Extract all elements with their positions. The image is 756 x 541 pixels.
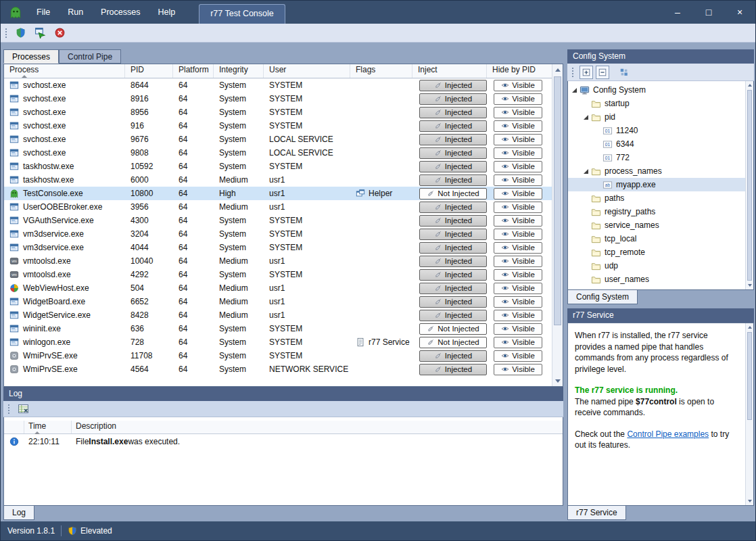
process-row[interactable]: wininit.exe 636 64 System SYSTEM Not Inj… (4, 322, 552, 335)
expander-expanded-icon[interactable] (584, 169, 588, 174)
scroll-thumb[interactable] (747, 332, 752, 420)
process-row[interactable]: svchost.exe 8916 64 System SYSTEM Inject… (4, 92, 552, 105)
hide-by-pid-button[interactable]: Visible (494, 242, 542, 254)
tree-item-user-names[interactable]: user_names (568, 273, 745, 286)
inject-toggle-button[interactable]: Injected (419, 120, 487, 132)
hide-by-pid-button[interactable]: Visible (494, 269, 542, 281)
process-row[interactable]: WebViewHost.exe 504 64 Medium usr1 Injec… (4, 281, 552, 295)
shield-icon[interactable] (13, 25, 28, 41)
inject-toggle-button[interactable]: Injected (419, 107, 487, 118)
tree-item-registry-paths[interactable]: registry_paths (568, 205, 745, 218)
tree-item-tcp-local[interactable]: tcp_local (568, 232, 745, 245)
close-button[interactable]: × (724, 1, 755, 24)
menu-file[interactable]: File (28, 1, 59, 24)
inject-toggle-button[interactable]: Not Injected (419, 188, 487, 199)
scroll-up-icon[interactable] (746, 81, 753, 89)
log-row[interactable]: 22:10:11 File Install.exe was executed. (4, 434, 563, 449)
toolbar-grip[interactable] (571, 67, 574, 78)
column-header-description[interactable]: Description (72, 421, 563, 433)
hide-by-pid-button[interactable]: Visible (494, 323, 542, 335)
process-row[interactable]: VGAuthService.exe 4300 64 System SYSTEM … (4, 214, 552, 227)
process-row[interactable]: svchost.exe 8956 64 System SYSTEM Inject… (4, 105, 552, 119)
expand-all-icon[interactable] (580, 66, 593, 79)
hide-by-pid-button[interactable]: Visible (494, 283, 542, 294)
hide-by-pid-button[interactable]: Visible (494, 147, 542, 159)
inject-toggle-button[interactable]: Injected (419, 296, 487, 308)
inject-toggle-button[interactable]: Injected (419, 161, 487, 172)
menu-processes[interactable]: Processes (92, 1, 149, 24)
column-header-user[interactable]: User (264, 64, 350, 78)
tree-item-pid[interactable]: pid (568, 110, 745, 124)
hide-by-pid-button[interactable]: Visible (494, 337, 542, 348)
hide-by-pid-button[interactable]: Visible (494, 120, 542, 132)
process-row[interactable]: svchost.exe 916 64 System SYSTEM Injecte… (4, 119, 552, 133)
scroll-up-icon[interactable] (746, 323, 753, 331)
config-tree-scrollbar[interactable] (745, 81, 753, 289)
expander-expanded-icon[interactable] (584, 115, 588, 120)
tree-item-service-names[interactable]: service_names (568, 218, 745, 232)
process-row[interactable]: svchost.exe 8644 64 System SYSTEM Inject… (4, 78, 552, 92)
tree-item-paths[interactable]: paths (568, 191, 745, 205)
process-row[interactable]: svchost.exe 9808 64 System LOCAL SERVICE… (4, 146, 552, 160)
inject-toggle-button[interactable]: Injected (419, 283, 487, 294)
process-row[interactable]: WmiPrvSE.exe 11708 64 System SYSTEM Inje… (4, 349, 552, 362)
process-row[interactable]: vm3dservice.exe 4044 64 System SYSTEM In… (4, 241, 552, 254)
column-header-time[interactable]: Time (24, 421, 72, 433)
maximize-button[interactable]: □ (693, 1, 724, 24)
column-header-flags[interactable]: Flags (350, 64, 412, 78)
control-pipe-examples-link[interactable]: Control Pipe examples (627, 429, 709, 439)
tree-item-udp[interactable]: udp (568, 259, 745, 273)
tab-processes[interactable]: Processes (3, 49, 59, 64)
hide-by-pid-button[interactable]: Visible (494, 215, 542, 227)
minimize-button[interactable]: – (662, 1, 693, 24)
process-row[interactable]: TestConsole.exe 10800 64 High usr1 Helpe… (4, 187, 552, 200)
process-row[interactable]: svchost.exe 9676 64 System LOCAL SERVICE… (4, 133, 552, 146)
column-header-process[interactable]: Process (4, 64, 125, 78)
process-row[interactable]: UserOOBEBroker.exe 3956 64 Medium usr1 I… (4, 200, 552, 214)
menu-run[interactable]: Run (59, 1, 92, 24)
tab-control-pipe[interactable]: Control Pipe (59, 49, 121, 64)
column-header-pid[interactable]: PID (125, 64, 173, 78)
process-row[interactable]: WmiPrvSE.exe 4564 64 System NETWORK SERV… (4, 362, 552, 376)
process-table-scrollbar[interactable] (552, 64, 563, 386)
tree-item-tcp-remote[interactable]: tcp_remote (568, 245, 745, 259)
tree-item-process-names[interactable]: process_names (568, 164, 745, 178)
hide-by-pid-button[interactable]: Visible (494, 202, 542, 213)
hide-by-pid-button[interactable]: Visible (494, 134, 542, 145)
column-header-platform[interactable]: Platform (173, 64, 214, 78)
inject-toggle-button[interactable]: Injected (419, 80, 487, 91)
inject-toggle-button[interactable]: Not Injected (419, 323, 487, 335)
hide-by-pid-button[interactable]: Visible (494, 256, 542, 267)
scroll-thumb[interactable] (747, 90, 752, 281)
process-row[interactable]: vmvmtoolsd.exe 4292 64 System SYSTEM Inj… (4, 268, 552, 281)
tab-config-system[interactable]: Config System (567, 290, 638, 304)
hide-by-pid-button[interactable]: Visible (494, 107, 542, 118)
hide-by-pid-button[interactable]: Visible (494, 310, 542, 321)
process-row[interactable]: winlogon.exe 728 64 System SYSTEM r77 Se… (4, 335, 552, 349)
hide-by-pid-button[interactable]: Visible (494, 188, 542, 199)
hide-by-pid-button[interactable]: Visible (494, 350, 542, 362)
run-icon[interactable] (32, 25, 48, 41)
scroll-up-icon[interactable] (552, 64, 563, 75)
process-row[interactable]: taskhostw.exe 10592 64 System SYSTEM Inj… (4, 160, 552, 173)
inject-toggle-button[interactable]: Injected (419, 93, 487, 105)
refresh-icon[interactable] (617, 66, 631, 79)
scroll-down-icon[interactable] (746, 281, 753, 289)
inject-toggle-button[interactable]: Injected (419, 202, 487, 213)
inject-toggle-button[interactable]: Injected (419, 269, 487, 281)
tab-r77-service[interactable]: r77 Service (567, 506, 626, 520)
hide-by-pid-button[interactable]: Visible (494, 174, 542, 186)
inject-toggle-button[interactable]: Injected (419, 215, 487, 227)
inject-toggle-button[interactable]: Injected (419, 242, 487, 254)
tab-log[interactable]: Log (3, 506, 34, 520)
hide-by-pid-button[interactable]: Visible (494, 229, 542, 240)
inject-toggle-button[interactable]: Injected (419, 364, 487, 375)
tree-item-startup[interactable]: startup (568, 97, 745, 110)
inject-toggle-button[interactable]: Not Injected (419, 337, 487, 348)
hide-by-pid-button[interactable]: Visible (494, 93, 542, 105)
process-row[interactable]: WidgetBoard.exe 6652 64 Medium usr1 Inje… (4, 295, 552, 308)
process-row[interactable]: vm3dservice.exe 3204 64 System SYSTEM In… (4, 227, 552, 241)
hide-by-pid-button[interactable]: Visible (494, 80, 542, 91)
tree-item-11240[interactable]: 0111240 (568, 124, 745, 137)
inject-toggle-button[interactable]: Injected (419, 134, 487, 145)
